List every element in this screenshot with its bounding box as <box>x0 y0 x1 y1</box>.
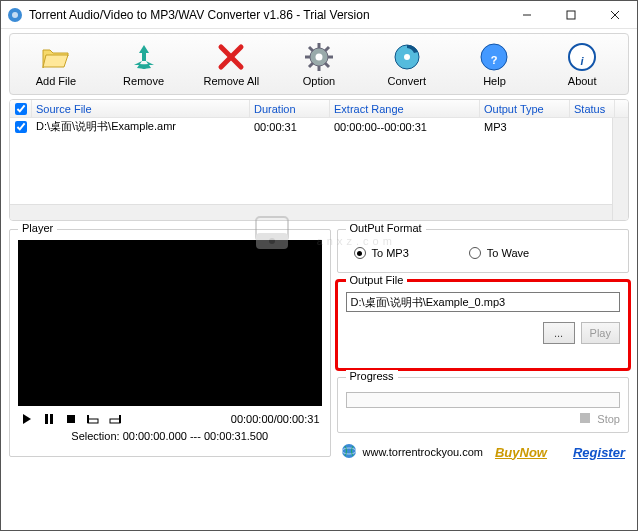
list-header: Source File Duration Extract Range Outpu… <box>10 100 628 118</box>
play-output-button[interactable]: Play <box>581 322 620 344</box>
svg-point-9 <box>316 54 323 61</box>
play-button[interactable] <box>20 412 34 426</box>
svg-line-16 <box>325 47 329 51</box>
table-row[interactable]: D:\桌面\说明书\Example.amr 00:00:31 00:00:00-… <box>10 118 628 135</box>
mark-in-button[interactable] <box>86 412 100 426</box>
header-status[interactable]: Status <box>570 100 615 117</box>
pause-button[interactable] <box>42 412 56 426</box>
player-panel: Player 00:00:00/00:00:31 Selection: 00:0… <box>9 229 331 457</box>
remove-button[interactable]: Remove <box>100 38 188 90</box>
output-format-panel: OutPut Format To MP3 To Wave <box>337 229 629 273</box>
stop-button[interactable]: Stop <box>597 413 620 425</box>
mark-out-button[interactable] <box>108 412 122 426</box>
progress-title: Progress <box>346 370 398 382</box>
recycle-icon <box>128 41 160 73</box>
delete-x-icon <box>215 41 247 73</box>
vertical-scrollbar[interactable] <box>612 118 628 220</box>
svg-rect-27 <box>67 415 75 423</box>
main-toolbar: Add File Remove Remove All Option Conver… <box>9 33 629 95</box>
progress-bar <box>346 392 620 408</box>
row-duration: 00:00:31 <box>250 118 330 135</box>
player-title: Player <box>18 222 57 234</box>
header-source-file[interactable]: Source File <box>32 100 250 117</box>
to-wave-radio[interactable]: To Wave <box>469 247 529 259</box>
app-icon <box>7 7 23 23</box>
row-source: D:\桌面\说明书\Example.amr <box>32 118 250 135</box>
option-button[interactable]: Option <box>275 38 363 90</box>
remove-all-button[interactable]: Remove All <box>187 38 275 90</box>
header-duration[interactable]: Duration <box>250 100 330 117</box>
svg-rect-25 <box>45 414 48 424</box>
svg-rect-26 <box>50 414 53 424</box>
website-link[interactable]: www.torrentrockyou.com <box>363 446 483 458</box>
minimize-button[interactable] <box>505 1 549 29</box>
convert-disc-icon <box>391 41 423 73</box>
gear-icon <box>303 41 335 73</box>
about-button[interactable]: i About <box>538 38 626 90</box>
header-output-type[interactable]: Output Type <box>480 100 570 117</box>
video-preview <box>18 240 322 406</box>
info-icon: i <box>566 41 598 73</box>
player-selection: Selection: 00:00:00.000 --- 00:00:31.500 <box>18 430 322 442</box>
output-format-title: OutPut Format <box>346 222 426 234</box>
svg-line-15 <box>325 63 329 67</box>
help-button[interactable]: ? Help <box>451 38 539 90</box>
to-mp3-radio[interactable]: To MP3 <box>354 247 409 259</box>
svg-rect-28 <box>88 419 98 423</box>
buy-now-link[interactable]: BuyNow <box>495 445 547 460</box>
file-list[interactable]: Source File Duration Extract Range Outpu… <box>9 99 629 221</box>
row-output: MP3 <box>480 118 570 135</box>
globe-icon <box>341 443 357 461</box>
player-time: 00:00:00/00:00:31 <box>231 413 320 425</box>
folder-open-icon <box>40 41 72 73</box>
header-extract-range[interactable]: Extract Range <box>330 100 480 117</box>
horizontal-scrollbar[interactable] <box>10 204 612 220</box>
svg-rect-32 <box>580 413 590 423</box>
svg-rect-3 <box>567 11 575 19</box>
progress-panel: Progress Stop <box>337 377 629 433</box>
stop-playback-button[interactable] <box>64 412 78 426</box>
stop-icon <box>579 412 591 426</box>
svg-text:?: ? <box>491 54 498 66</box>
row-status <box>570 118 615 135</box>
output-path-input[interactable] <box>346 292 620 312</box>
svg-line-14 <box>309 47 313 51</box>
output-file-title: Output File <box>346 274 408 286</box>
footer-bar: www.torrentrockyou.com BuyNow Register <box>337 443 629 461</box>
browse-button[interactable]: ... <box>543 322 575 344</box>
output-file-panel: Output File ... Play <box>337 281 629 369</box>
add-file-button[interactable]: Add File <box>12 38 100 90</box>
svg-point-19 <box>404 54 410 60</box>
header-checkbox[interactable] <box>10 100 32 117</box>
maximize-button[interactable] <box>549 1 593 29</box>
row-checkbox[interactable] <box>10 118 32 135</box>
svg-point-33 <box>342 444 356 458</box>
help-icon: ? <box>478 41 510 73</box>
close-button[interactable] <box>593 1 637 29</box>
window-title: Torrent Audio/Video to MP3/WAV Converter… <box>29 8 505 22</box>
row-extract: 00:00:00--00:00:31 <box>330 118 480 135</box>
svg-line-17 <box>309 63 313 67</box>
title-bar: Torrent Audio/Video to MP3/WAV Converter… <box>1 1 637 29</box>
svg-point-1 <box>12 12 18 18</box>
svg-rect-30 <box>110 419 120 423</box>
register-link[interactable]: Register <box>573 445 625 460</box>
convert-button[interactable]: Convert <box>363 38 451 90</box>
svg-marker-24 <box>23 414 31 424</box>
